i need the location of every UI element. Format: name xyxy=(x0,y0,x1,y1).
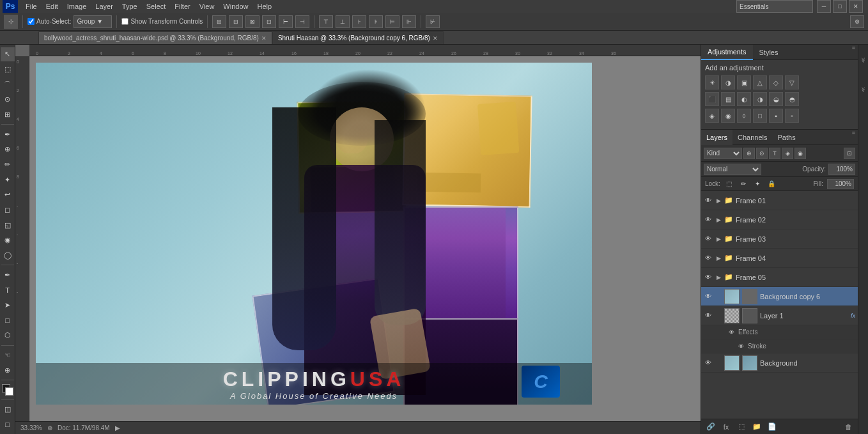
tab-1[interactable]: bollywood_actress_shruti_haasan-wide.psd… xyxy=(38,31,272,44)
menu-view[interactable]: View xyxy=(196,1,219,12)
curves-icon[interactable]: ◑ xyxy=(721,75,735,89)
layer-eye-stroke[interactable]: 👁 xyxy=(736,342,745,351)
layers-kind-select[interactable]: Kind xyxy=(704,148,742,159)
clone-stamp-tool[interactable]: ✦ xyxy=(1,173,15,187)
layer-row-frame03[interactable]: 👁 ▶ 📁 Frame 03 xyxy=(701,229,858,249)
align-vcenter-btn[interactable]: ⊟ xyxy=(229,15,243,28)
levels-icon[interactable]: ▣ xyxy=(737,75,751,89)
solid-color-icon[interactable]: ▪ xyxy=(769,109,783,123)
lock-all-btn[interactable]: 🔒 xyxy=(766,179,777,189)
selective-color-icon[interactable]: ◊ xyxy=(737,109,751,123)
lock-image-btn[interactable]: ✏ xyxy=(738,179,748,189)
tab-adjustments[interactable]: Adjustments xyxy=(701,45,753,60)
layer-arrow-background[interactable]: ▶ xyxy=(715,359,722,368)
layer-arrow-frame02[interactable]: ▶ xyxy=(715,215,722,224)
maximize-btn[interactable]: □ xyxy=(833,0,847,13)
layer-eye-effects[interactable]: 👁 xyxy=(727,328,736,337)
align-right-btn[interactable]: ⊣ xyxy=(295,15,309,28)
channel-mixer-icon[interactable]: ◑ xyxy=(753,92,767,106)
path-select-tool[interactable]: ➤ xyxy=(1,298,15,313)
settings-icon[interactable]: ⚙ xyxy=(850,15,864,28)
close-btn[interactable]: ✕ xyxy=(849,0,863,13)
layer-arrow-frame03[interactable]: ▶ xyxy=(715,235,722,244)
history-brush-tool[interactable]: ↩ xyxy=(1,188,15,202)
3d-tool[interactable]: ⬡ xyxy=(1,329,15,343)
fill-value[interactable]: 100% xyxy=(827,179,854,189)
menu-filter[interactable]: Filter xyxy=(171,1,194,12)
menu-edit[interactable]: Edit xyxy=(42,1,62,12)
marquee-tool[interactable]: ⬚ xyxy=(1,63,15,77)
dodge-tool[interactable]: ◯ xyxy=(1,249,15,263)
shape-tool[interactable]: □ xyxy=(1,313,15,327)
layers-adjust-icon[interactable]: ◉ xyxy=(794,148,806,159)
tab-styles[interactable]: Styles xyxy=(753,45,785,60)
delete-layer-btn[interactable]: 🗑 xyxy=(842,421,854,433)
add-mask-btn[interactable]: ⬚ xyxy=(736,421,747,433)
layer-eye-frame03[interactable]: 👁 xyxy=(704,235,713,244)
distribute-left-btn[interactable]: ⊧ xyxy=(369,15,383,28)
layer-eye-frame01[interactable]: 👁 xyxy=(704,196,713,205)
tab-2[interactable]: Shruti Haasan @ 33.3% (Background copy 6… xyxy=(272,31,444,44)
layer-eye-frame04[interactable]: 👁 xyxy=(704,254,713,263)
hue-sat-icon[interactable]: △ xyxy=(753,75,767,89)
text-tool[interactable]: T xyxy=(1,283,15,297)
layer-sub-stroke[interactable]: 👁 Stroke xyxy=(701,339,858,353)
arrange-btn[interactable]: ⊬ xyxy=(426,15,440,28)
color-balance-icon[interactable]: ◇ xyxy=(769,75,783,89)
collapse-adjustments-btn[interactable]: ≫ xyxy=(859,47,868,73)
move-tool[interactable]: ↖ xyxy=(1,47,15,61)
healing-tool[interactable]: ⊕ xyxy=(1,143,15,157)
menu-select[interactable]: Select xyxy=(143,1,170,12)
align-hcenter-btn[interactable]: ⊢ xyxy=(279,15,293,28)
adj-panel-options[interactable]: ≡ xyxy=(849,45,858,59)
distribute-right-btn[interactable]: ⊩ xyxy=(402,15,416,28)
layer-sub-effects[interactable]: 👁 Effects xyxy=(701,325,858,339)
pattern-icon[interactable]: ▫ xyxy=(785,109,799,123)
layer-eye-frame05[interactable]: 👁 xyxy=(704,273,713,282)
layers-panel-options[interactable]: ≡ xyxy=(849,130,858,144)
tab-2-close[interactable]: ✕ xyxy=(433,35,438,42)
layers-mask-icon[interactable]: ⊙ xyxy=(756,148,768,159)
distribute-hcenter-btn[interactable]: ⊨ xyxy=(385,15,399,28)
black-white-icon[interactable]: □ xyxy=(753,109,767,123)
lasso-tool[interactable]: ⌒ xyxy=(1,77,15,91)
screen-mode-tool[interactable]: □ xyxy=(1,417,15,431)
vibrance-icon[interactable]: ▽ xyxy=(785,75,799,89)
canvas-area[interactable]: 0 2 4 6 8 10 12 14 16 18 20 22 24 26 28 … xyxy=(15,45,701,434)
layer-arrow-bgcopy6[interactable]: ▶ xyxy=(715,292,722,301)
hand-tool[interactable]: ☜ xyxy=(1,348,15,362)
brightness-icon[interactable]: ☀ xyxy=(705,75,719,89)
menu-layer[interactable]: Layer xyxy=(91,1,117,12)
quick-mask-tool[interactable]: ◫ xyxy=(1,403,15,417)
group-dropdown[interactable]: Group▼ xyxy=(74,15,112,28)
layer-row-background[interactable]: 👁 ▶ Background xyxy=(701,353,858,373)
layer-row-frame02[interactable]: 👁 ▶ 📁 Frame 02 xyxy=(701,210,858,229)
tab-channels[interactable]: Channels xyxy=(732,130,772,145)
lock-transparent-btn[interactable]: ⬚ xyxy=(724,179,734,189)
menu-help[interactable]: Help xyxy=(253,1,275,12)
layer-arrow-frame05[interactable]: ▶ xyxy=(715,273,722,282)
eyedropper-tool[interactable]: ✒ xyxy=(1,127,15,141)
layer-eye-bgcopy6[interactable]: 👁 xyxy=(704,292,713,301)
threshold-icon[interactable]: ◉ xyxy=(721,109,735,123)
pen-tool[interactable]: ✒ xyxy=(1,268,15,282)
show-transform-checkbox[interactable]: Show Transform Controls xyxy=(121,18,203,25)
menu-type[interactable]: Type xyxy=(118,1,141,12)
layer-eye-layer1[interactable]: 👁 xyxy=(704,311,713,320)
menu-image[interactable]: Image xyxy=(63,1,91,12)
distribute-top-btn[interactable]: ⊤ xyxy=(319,15,333,28)
layers-smart-icon[interactable]: ◈ xyxy=(782,148,793,159)
layers-toggle-filter[interactable]: ⊡ xyxy=(844,148,855,159)
eraser-tool[interactable]: ◻ xyxy=(1,203,15,217)
menu-file[interactable]: File xyxy=(22,1,41,12)
invert-icon[interactable]: ◓ xyxy=(785,92,799,106)
align-top-btn[interactable]: ⊞ xyxy=(212,15,226,28)
opacity-value[interactable]: 100% xyxy=(828,164,855,175)
blend-mode-select[interactable]: Normal xyxy=(704,164,761,175)
tab-1-close[interactable]: ✕ xyxy=(261,35,267,42)
layer-row-frame01[interactable]: 👁 ▶ 📁 Frame 01 xyxy=(701,191,858,210)
layer-arrow-frame04[interactable]: ▶ xyxy=(715,254,722,263)
crop-tool[interactable]: ⊞ xyxy=(1,108,15,122)
tab-layers[interactable]: Layers xyxy=(701,130,732,145)
align-left-btn[interactable]: ⊡ xyxy=(262,15,276,28)
